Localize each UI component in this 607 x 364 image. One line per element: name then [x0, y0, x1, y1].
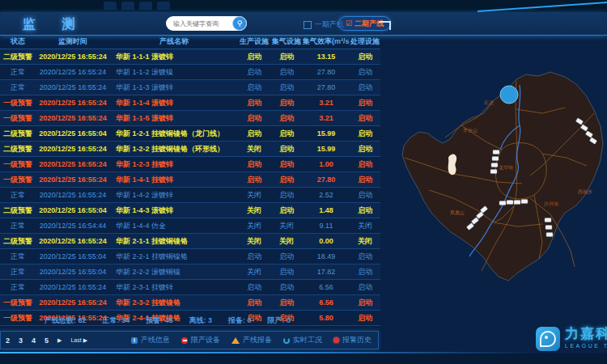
cell-eff: 9.11 [303, 222, 350, 230]
table-row[interactable]: 一级预警2020/12/25 16:55:24华新 1-1-4 滚镀锌启动启动3… [0, 95, 380, 111]
legend-产线信息[interactable]: i产线信息 [131, 335, 170, 345]
cell-name: 华新 2-2-2 滚镀铜镍 [110, 267, 238, 277]
cell-prod: 启动 [238, 175, 270, 185]
table-row[interactable]: 一级预警2020/12/25 16:55:24华新 1-1-5 滚镀锌启动启动3… [0, 111, 380, 126]
site-marker[interactable] [546, 233, 553, 237]
table-row[interactable]: 二级预警2020/12/25 16:55:04华新 1-2-1 挂镀铜镍铬（龙门… [0, 126, 380, 142]
cell-eff: 27.80 [303, 83, 350, 91]
table-row[interactable]: 二级预警2020/12/25 16:55:24华新 1-2-2 挂镀铜镍铬（环形… [0, 142, 380, 157]
cell-proc: 启动 [350, 67, 380, 78]
cell-gas: 关闭 [270, 236, 303, 247]
site-marker[interactable] [493, 150, 499, 154]
table-row[interactable]: 正常2020/12/25 16:55:24华新 1-1-3 滚镀锌启动启动27.… [0, 80, 380, 95]
map-label: 石岩 [483, 99, 494, 106]
summary-报备: 报备: 0 [228, 315, 252, 326]
cell-prod: 启动 [238, 129, 270, 139]
site-marker[interactable] [491, 163, 498, 167]
table-header-row: 状态监测时间产线名称生产设施集气设施集气效率(m³/s)处理设施 [0, 35, 380, 49]
warning-triangle-icon [231, 337, 240, 344]
cell-eff: 6.56 [303, 298, 350, 307]
site-marker[interactable] [507, 201, 513, 205]
cell-eff: 0.00 [303, 237, 350, 245]
map-label: 凤凰山 [450, 210, 465, 215]
table-row[interactable]: 二级预警2020/12/25 16:55:24华新 1-1-1 滚镀锌启动启动1… [0, 49, 380, 65]
no-entry-icon [181, 337, 188, 344]
top-diagonal-line [478, 0, 607, 13]
table-row[interactable]: 正常2020/12/25 16:55:24华新 1-1-2 滚镀镍启动启动27.… [0, 65, 380, 80]
cell-prod: 关闭 [238, 221, 270, 231]
table-row[interactable]: 二级预警2020/12/25 16:55:04华新 1-4-3 滚镀锌关闭启动1… [0, 203, 380, 218]
table-row[interactable]: 一级预警2020/12/25 16:55:24华新 1-4-1 挂镀锌启动启动2… [0, 172, 380, 188]
cell-name: 华新 1-4-1 挂镀锌 [110, 175, 238, 185]
cell-proc: 关闭 [350, 236, 380, 247]
page-button-3[interactable]: 3 [19, 336, 23, 345]
table-row[interactable]: 一级预警2020/12/25 16:55:24华新 2-3-2 挂镀镍铬启动启动… [0, 295, 380, 311]
magnifier-icon: ⚲ [237, 19, 243, 27]
column-header: 生产设施 [238, 36, 270, 47]
table-row[interactable]: 正常2020/12/25 16:55:04华新 2-2-2 滚镀铜镍关闭启动17… [0, 265, 380, 280]
legend-实时工况[interactable]: 实时工况 [283, 335, 322, 345]
page-button-4[interactable]: 4 [32, 336, 36, 345]
checkbox-icon [304, 21, 312, 29]
map-label: 西丽乡 [578, 188, 592, 195]
cell-time: 2020/12/25 16:55:24 [36, 68, 110, 76]
legend-label: 限产设备 [191, 335, 220, 345]
cell-gas: 启动 [270, 190, 303, 201]
last-page-button[interactable]: Last ▶ [70, 337, 87, 344]
table-row[interactable]: 正常2020/12/25 16:55:24华新 2-3-1 挂镀锌启动启动6.5… [0, 280, 380, 295]
site-marker[interactable] [490, 170, 497, 174]
site-marker[interactable] [545, 226, 552, 230]
cell-status: 二级预警 [0, 144, 36, 154]
cell-name: 华新 1-1-2 滚镀镍 [110, 67, 238, 78]
cell-gas: 启动 [270, 175, 303, 185]
table-row[interactable]: 正常2020/12/25 16:55:04华新 2-2-1 挂镀铜镍铬启动启动1… [0, 249, 380, 265]
cell-status: 一级预警 [0, 175, 36, 185]
legend-报警历史[interactable]: 报警历史 [333, 335, 371, 345]
site-marker[interactable] [499, 201, 506, 205]
cell-proc: 启动 [350, 144, 380, 154]
site-marker[interactable] [514, 201, 520, 205]
cell-prod: 关闭 [238, 144, 270, 154]
cell-status: 正常 [0, 252, 36, 262]
legend-限产设备[interactable]: 限产设备 [181, 335, 220, 345]
page-button-5[interactable]: 5 [45, 336, 49, 345]
table-row[interactable]: 一级预警2020/12/25 16:55:24华新 1-2-3 挂镀锌启动启动1… [0, 157, 380, 172]
site-marker[interactable] [545, 218, 551, 222]
cell-name: 华新 2-3-2 挂镀镍铬 [110, 298, 238, 308]
company-logo: 力嘉科技 LEAGUE TE [536, 327, 607, 351]
next-page-button[interactable]: ▶ [57, 337, 62, 344]
top-decoration-strip [0, 0, 607, 12]
table-row[interactable]: 二级预警2020/12/25 16:55:24华新 2-1-1 挂镀铜镍铬关闭关… [0, 234, 380, 249]
header-bar: 监 测 ⚲ 一期产线 ☑ 二期产线 [0, 12, 607, 36]
cell-prod: 启动 [238, 159, 270, 170]
cell-proc: 启动 [350, 252, 380, 262]
table-row[interactable]: 正常2020/12/25 16:54:44华新 1-4-4 仿金关闭关闭9.11… [0, 218, 380, 234]
cell-gas: 启动 [270, 52, 303, 62]
cell-gas: 启动 [270, 205, 303, 216]
cell-gas: 启动 [270, 252, 303, 262]
cell-prod: 启动 [238, 298, 270, 308]
search-button[interactable]: ⚲ [232, 16, 247, 31]
page-button-2[interactable]: 2 [6, 336, 10, 345]
cell-prod: 启动 [238, 52, 270, 62]
cell-time: 2020/12/25 16:55:24 [36, 83, 110, 91]
site-marker[interactable] [492, 157, 499, 161]
summary-限产: 限产: 0 [268, 315, 291, 326]
cell-proc: 启动 [350, 175, 380, 185]
cell-time: 2020/12/25 16:55:04 [36, 206, 110, 214]
table-row[interactable]: 正常2020/12/25 16:55:24华新 1-4-2 滚镀锌关闭启动2.5… [0, 188, 380, 203]
cluster-marker[interactable] [500, 86, 518, 104]
summary-row: 产线总数: 82正常: 34预警: 45离线: 3报备: 0限产: 0 [0, 311, 380, 329]
cell-time: 2020/12/25 16:55:24 [36, 145, 110, 153]
cell-name: 华新 1-1-3 滚镀锌 [110, 83, 238, 93]
cell-status: 正常 [0, 282, 36, 293]
cell-gas: 启动 [270, 98, 303, 108]
cell-gas: 启动 [270, 144, 303, 154]
checked-icon: ☑ [346, 20, 352, 28]
search-input[interactable] [166, 17, 232, 30]
site-marker[interactable] [521, 200, 528, 204]
cell-status: 一级预警 [0, 159, 36, 170]
column-header: 集气设施 [270, 36, 303, 47]
cell-eff: 15.99 [303, 145, 350, 153]
legend-产线报备[interactable]: 产线报备 [231, 335, 272, 345]
